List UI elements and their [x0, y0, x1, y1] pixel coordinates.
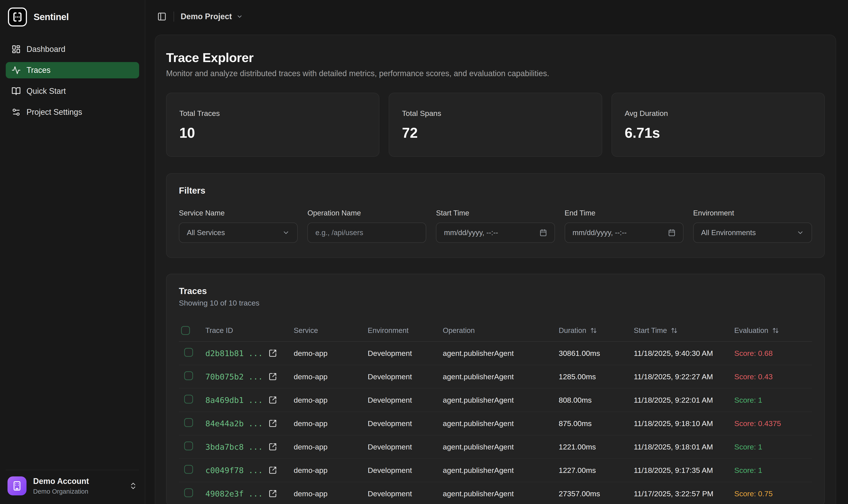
- trace-id-link[interactable]: 84e44a2b ...: [205, 419, 263, 428]
- external-link-icon[interactable]: [268, 419, 277, 428]
- account-texts: Demo Account Demo Organization: [33, 476, 89, 495]
- evaluation-score-link[interactable]: Score: 1: [734, 396, 762, 404]
- sort-icon: [772, 327, 779, 334]
- row-checkbox[interactable]: [184, 348, 193, 357]
- stat-card-total-spans: Total Spans 72: [389, 93, 602, 157]
- filter-label: Environment: [693, 209, 812, 217]
- calendar-icon: [540, 229, 547, 236]
- trace-id-link[interactable]: 70b075b2 ...: [205, 372, 263, 381]
- stat-value: 10: [179, 125, 366, 141]
- sidebar-item-quick-start[interactable]: Quick Start: [6, 83, 139, 100]
- operation-cell: agent.publisherAgent: [438, 419, 553, 428]
- external-link-icon[interactable]: [268, 466, 277, 474]
- trace-id-link[interactable]: 49082e3f ...: [205, 489, 263, 498]
- service-cell: demo-app: [288, 373, 363, 381]
- sidebar-item-label: Quick Start: [26, 87, 66, 96]
- external-link-icon[interactable]: [268, 373, 277, 381]
- operation-name-input[interactable]: [307, 222, 426, 243]
- evaluation-score-link[interactable]: Score: 0.68: [734, 349, 773, 357]
- duration-cell: 808.00ms: [553, 396, 629, 404]
- end-time-input[interactable]: mm/dd/yyyy, --:--: [565, 222, 684, 243]
- traces-summary: Showing 10 of 10 traces: [179, 299, 812, 307]
- service-cell: demo-app: [288, 443, 363, 451]
- service-cell: demo-app: [288, 396, 363, 404]
- table-row: c0049f78 ... demo-app Development agent.…: [179, 459, 812, 482]
- external-link-icon[interactable]: [268, 443, 277, 451]
- external-link-icon[interactable]: [268, 349, 277, 357]
- table-row: 8a469db1 ... demo-app Development agent.…: [179, 389, 812, 412]
- sidebar-footer: Demo Account Demo Organization: [6, 470, 139, 496]
- filter-label: Start Time: [436, 209, 555, 217]
- stat-label: Total Traces: [179, 109, 366, 118]
- stat-label: Total Spans: [402, 109, 589, 118]
- filter-service-name: Service Name All Services: [179, 209, 298, 243]
- stats-row: Total Traces 10 Total Spans 72 Avg Durat…: [166, 93, 825, 157]
- environment-cell: Development: [363, 396, 438, 404]
- trace-id-link[interactable]: 3bda7bc8 ...: [205, 443, 263, 451]
- sidebar-item-traces[interactable]: Traces: [6, 62, 139, 78]
- external-link-icon[interactable]: [268, 489, 277, 498]
- trace-id-link[interactable]: c0049f78 ...: [205, 466, 263, 475]
- start-time-cell: 11/18/2025, 9:40:30 AM: [629, 349, 729, 358]
- evaluation-score-link[interactable]: Score: 0.43: [734, 373, 773, 381]
- start-time-placeholder: mm/dd/yyyy, --:--: [444, 229, 539, 237]
- sidebar-item-label: Project Settings: [26, 108, 82, 117]
- row-checkbox[interactable]: [184, 442, 193, 450]
- evaluation-score-link[interactable]: Score: 0.75: [734, 489, 773, 498]
- column-header-operation: Operation: [438, 326, 553, 335]
- dashboard-icon: [12, 44, 21, 54]
- row-checkbox[interactable]: [184, 371, 193, 380]
- account-switcher[interactable]: Demo Account Demo Organization: [6, 476, 139, 496]
- sidebar: Sentinel Dashboard Traces: [0, 0, 145, 504]
- table-row: 70b075b2 ... demo-app Development agent.…: [179, 365, 812, 389]
- evaluation-score-link[interactable]: Score: 0.4375: [734, 419, 781, 428]
- duration-cell: 30861.00ms: [553, 349, 629, 358]
- trace-id-link[interactable]: d2b81b81 ...: [205, 349, 263, 358]
- brand: Sentinel: [6, 7, 139, 26]
- main-panel: Trace Explorer Monitor and analyze distr…: [155, 35, 836, 504]
- evaluation-score-link[interactable]: Score: 1: [734, 466, 762, 474]
- filter-start-time: Start Time mm/dd/yyyy, --:--: [436, 209, 555, 243]
- column-header-start-time[interactable]: Start Time: [629, 326, 729, 335]
- row-checkbox[interactable]: [184, 488, 193, 497]
- evaluation-score-link[interactable]: Score: 1: [734, 443, 762, 451]
- organization-avatar: [7, 476, 26, 496]
- traces-table-body: d2b81b81 ... demo-app Development agent.…: [179, 342, 812, 504]
- row-checkbox[interactable]: [184, 395, 193, 403]
- start-time-cell: 11/18/2025, 9:22:27 AM: [629, 373, 729, 381]
- external-link-icon[interactable]: [268, 396, 277, 404]
- sidebar-item-project-settings[interactable]: Project Settings: [6, 104, 139, 120]
- sort-icon: [671, 327, 677, 334]
- environment-cell: Development: [363, 373, 438, 381]
- table-row: 3bda7bc8 ... demo-app Development agent.…: [179, 435, 812, 459]
- duration-cell: 1227.00ms: [553, 466, 629, 475]
- environment-cell: Development: [363, 419, 438, 428]
- calendar-icon: [668, 229, 675, 236]
- operation-cell: agent.publisherAgent: [438, 396, 553, 404]
- app-root: Sentinel Dashboard Traces: [0, 0, 848, 504]
- trace-id-link[interactable]: 8a469db1 ...: [205, 396, 263, 404]
- sidebar-item-label: Dashboard: [26, 44, 65, 54]
- start-time-cell: 11/18/2025, 9:22:01 AM: [629, 396, 729, 404]
- project-selector[interactable]: Demo Project: [181, 12, 243, 21]
- sidebar-item-dashboard[interactable]: Dashboard: [6, 41, 139, 57]
- row-checkbox[interactable]: [184, 418, 193, 427]
- sidebar-toggle-button[interactable]: [156, 10, 168, 23]
- service-select[interactable]: All Services: [179, 222, 298, 243]
- start-time-input[interactable]: mm/dd/yyyy, --:--: [436, 222, 555, 243]
- page-title: Trace Explorer: [166, 50, 825, 65]
- select-all-checkbox[interactable]: [181, 326, 190, 335]
- chevron-down-icon: [282, 229, 290, 236]
- filters-title: Filters: [179, 186, 812, 196]
- row-checkbox[interactable]: [184, 465, 193, 474]
- column-header-duration[interactable]: Duration: [553, 326, 629, 335]
- activity-icon: [12, 66, 21, 75]
- start-time-cell: 11/18/2025, 9:17:35 AM: [629, 466, 729, 475]
- environment-select[interactable]: All Environments: [693, 222, 812, 243]
- column-header-environment: Environment: [363, 326, 438, 335]
- sentinel-logo-icon: [8, 7, 27, 26]
- environment-cell: Development: [363, 489, 438, 498]
- operation-cell: agent.publisherAgent: [438, 373, 553, 381]
- column-header-evaluation[interactable]: Evaluation: [729, 326, 812, 335]
- main-area: Demo Project Trace Explorer Monitor and …: [145, 0, 848, 504]
